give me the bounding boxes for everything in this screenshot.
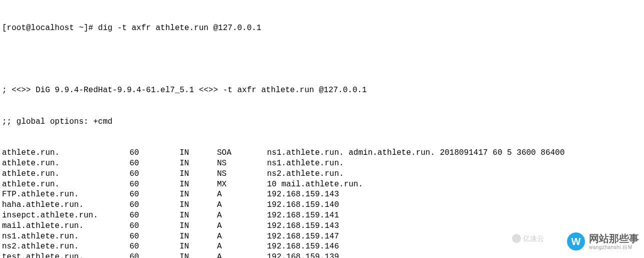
command-prompt-line: [root@localhost ~]# dig -t axfr athlete.… xyxy=(2,23,642,34)
dns-record-row: ns2.athlete.run.60INA192.168.159.146 xyxy=(2,241,642,252)
record-data: 192.168.159.143 xyxy=(267,189,642,200)
dns-record-row: athlete.run.60INMX10 mail.athlete.run. xyxy=(2,179,642,190)
record-class: IN xyxy=(180,221,217,231)
record-ttl: 60 xyxy=(130,252,180,258)
record-data: 10 mail.athlete.run. xyxy=(267,179,642,190)
record-data: 192.168.159.140 xyxy=(267,200,642,210)
global-options-line: ;; global options: +cmd xyxy=(2,117,642,127)
record-name: FTP.athlete.run. xyxy=(2,189,130,200)
watermark-sub-text: wangzhanshi.目M xyxy=(589,244,639,250)
record-type: A xyxy=(217,221,267,231)
record-type: NS xyxy=(217,158,267,169)
record-name: haha.athlete.run. xyxy=(2,200,130,210)
blank-line xyxy=(2,54,642,65)
record-name: ns2.athlete.run. xyxy=(2,241,130,252)
record-data: ns1.athlete.run. admin.athlete.run. 2018… xyxy=(267,148,642,158)
record-class: IN xyxy=(180,158,217,169)
record-type: A xyxy=(217,252,267,258)
dns-records-list: athlete.run.60INSOAns1.athlete.run. admi… xyxy=(2,148,642,258)
record-type: A xyxy=(217,210,267,221)
record-name: mail.athlete.run. xyxy=(2,221,130,231)
record-type: A xyxy=(217,241,267,252)
record-type: A xyxy=(217,189,267,200)
record-class: IN xyxy=(180,252,217,258)
record-ttl: 60 xyxy=(130,189,180,200)
dns-record-row: athlete.run.60INSOAns1.athlete.run. admi… xyxy=(2,148,642,158)
dns-record-row: athlete.run.60INNSns1.athlete.run. xyxy=(2,158,642,169)
record-name: insepct.athlete.run. xyxy=(2,210,130,221)
watermark-circle-icon xyxy=(512,234,521,243)
record-class: IN xyxy=(180,169,217,179)
watermark-yisuyun: 亿速云 xyxy=(512,234,544,243)
record-data: 192.168.159.143 xyxy=(267,221,642,231)
record-class: IN xyxy=(180,231,217,242)
record-type: SOA xyxy=(217,148,267,158)
dns-record-row: mail.athlete.run.60INA192.168.159.143 xyxy=(2,221,642,231)
record-data: 192.168.159.141 xyxy=(267,210,642,221)
record-ttl: 60 xyxy=(130,221,180,231)
record-ttl: 60 xyxy=(130,200,180,210)
record-name: test.athlete.run. xyxy=(2,252,130,258)
watermark-wangzhan: W 网站那些事 wangzhanshi.目M xyxy=(567,232,639,250)
watermark-text-block: 网站那些事 wangzhanshi.目M xyxy=(589,233,639,250)
record-data: 192.168.159.139 xyxy=(267,252,642,258)
record-name: athlete.run. xyxy=(2,148,130,158)
record-type: MX xyxy=(217,179,267,190)
record-data: ns1.athlete.run. xyxy=(267,158,642,169)
record-ttl: 60 xyxy=(130,148,180,158)
watermark-yisuyun-text: 亿速云 xyxy=(523,234,544,243)
record-class: IN xyxy=(180,148,217,158)
record-ttl: 60 xyxy=(130,210,180,221)
dns-record-row: athlete.run.60INNSns2.athlete.run. xyxy=(2,169,642,179)
record-class: IN xyxy=(180,179,217,190)
dns-record-row: test.athlete.run.60INA192.168.159.139 xyxy=(2,252,642,258)
watermark-main-text: 网站那些事 xyxy=(589,233,639,244)
dns-record-row: ns1.athlete.run.60INA192.168.159.147 xyxy=(2,231,642,242)
record-class: IN xyxy=(180,210,217,221)
dns-record-row: haha.athlete.run.60INA192.168.159.140 xyxy=(2,200,642,210)
record-data: ns2.athlete.run. xyxy=(267,169,642,179)
record-name: athlete.run. xyxy=(2,158,130,169)
record-class: IN xyxy=(180,189,217,200)
record-class: IN xyxy=(180,200,217,210)
dig-header-line: ; <<>> DiG 9.9.4-RedHat-9.9.4-61.el7_5.1… xyxy=(2,85,642,96)
record-ttl: 60 xyxy=(130,231,180,242)
record-ttl: 60 xyxy=(130,241,180,252)
dns-record-row: FTP.athlete.run.60INA192.168.159.143 xyxy=(2,189,642,200)
record-type: A xyxy=(217,200,267,210)
record-ttl: 60 xyxy=(130,169,180,179)
record-class: IN xyxy=(180,241,217,252)
dns-record-row: insepct.athlete.run.60INA192.168.159.141 xyxy=(2,210,642,221)
record-name: ns1.athlete.run. xyxy=(2,231,130,242)
record-type: NS xyxy=(217,169,267,179)
record-ttl: 60 xyxy=(130,179,180,190)
record-type: A xyxy=(217,231,267,242)
record-name: athlete.run. xyxy=(2,179,130,190)
terminal-output: [root@localhost ~]# dig -t axfr athlete.… xyxy=(2,2,642,258)
record-ttl: 60 xyxy=(130,158,180,169)
watermark-w-icon: W xyxy=(567,232,585,250)
record-name: athlete.run. xyxy=(2,169,130,179)
